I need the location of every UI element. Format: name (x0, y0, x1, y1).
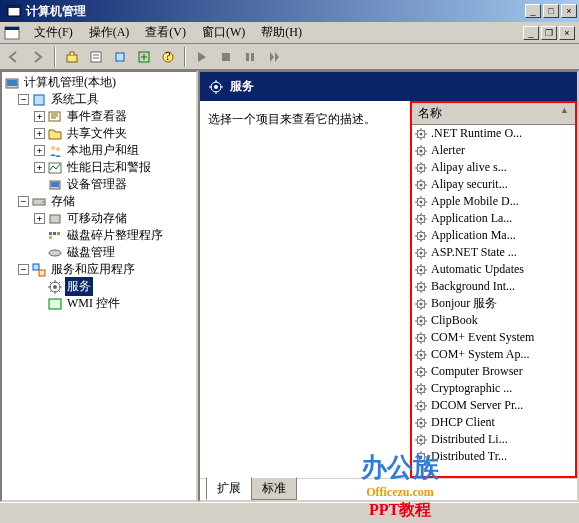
list-item[interactable]: Computer Browser (412, 363, 575, 380)
svg-point-44 (420, 166, 423, 169)
expand-icon[interactable]: + (34, 145, 45, 156)
svg-point-42 (420, 149, 423, 152)
svg-point-70 (420, 387, 423, 390)
service-name: Application La... (431, 211, 512, 226)
refresh-button[interactable] (134, 47, 154, 67)
mdi-minimize-button[interactable]: _ (523, 26, 539, 40)
tree-removable[interactable]: +可移动存储 (4, 210, 194, 227)
gear-icon (414, 416, 428, 430)
properties-button[interactable] (86, 47, 106, 67)
services-list[interactable]: 名称 ▲ .NET Runtime O...AlerterAlipay aliv… (410, 101, 577, 478)
close-button[interactable]: × (561, 4, 577, 18)
menu-help[interactable]: 帮助(H) (253, 22, 310, 43)
list-item[interactable]: Cryptographic ... (412, 380, 575, 397)
list-header[interactable]: 名称 ▲ (412, 103, 575, 125)
collapse-icon[interactable]: − (18, 196, 29, 207)
maximize-button[interactable]: □ (543, 4, 559, 18)
svg-point-38 (214, 85, 218, 89)
list-item[interactable]: Alipay alive s... (412, 159, 575, 176)
view-tabs: 扩展 标准 (200, 478, 577, 500)
help-button[interactable]: ? (158, 47, 178, 67)
expand-icon[interactable]: + (34, 213, 45, 224)
svg-rect-3 (5, 27, 19, 30)
pause-button[interactable] (240, 47, 260, 67)
tree-devmgr[interactable]: 设备管理器 (4, 176, 194, 193)
list-item[interactable]: Alipay securit... (412, 176, 575, 193)
up-button[interactable] (62, 47, 82, 67)
back-button[interactable] (4, 47, 24, 67)
tab-extended[interactable]: 扩展 (206, 477, 252, 500)
list-item[interactable]: ClipBook (412, 312, 575, 329)
svg-rect-4 (67, 55, 77, 62)
tree-shared[interactable]: +共享文件夹 (4, 125, 194, 142)
svg-point-25 (42, 201, 44, 203)
tree-root[interactable]: 计算机管理(本地) (4, 74, 194, 91)
list-item[interactable]: ASP.NET State ... (412, 244, 575, 261)
export-button[interactable] (110, 47, 130, 67)
tree-defrag[interactable]: 磁盘碎片整理程序 (4, 227, 194, 244)
description-text: 选择一个项目来查看它的描述。 (200, 101, 410, 478)
list-item[interactable]: Automatic Updates (412, 261, 575, 278)
tree-services[interactable]: 服务 (4, 278, 194, 295)
expand-icon[interactable]: + (34, 111, 45, 122)
svg-rect-16 (7, 80, 17, 86)
list-item[interactable]: Distributed Li... (412, 431, 575, 448)
menu-window[interactable]: 窗口(W) (194, 22, 253, 43)
menu-action[interactable]: 操作(A) (81, 22, 138, 43)
menu-file[interactable]: 文件(F) (26, 22, 81, 43)
list-body[interactable]: .NET Runtime O...AlerterAlipay alive s..… (412, 125, 575, 476)
collapse-icon[interactable]: − (18, 94, 29, 105)
panel-body: 选择一个项目来查看它的描述。 名称 ▲ .NET Runtime O...Ale… (200, 101, 577, 478)
tree-wmi[interactable]: WMI 控件 (4, 295, 194, 312)
svg-rect-14 (251, 53, 254, 61)
service-name: Apple Mobile D... (431, 194, 519, 209)
stop-button[interactable] (216, 47, 236, 67)
list-item[interactable]: DHCP Client (412, 414, 575, 431)
content-panel: 服务 选择一个项目来查看它的描述。 名称 ▲ .NET Runtime O...… (198, 70, 579, 502)
list-item[interactable]: Application Ma... (412, 227, 575, 244)
tree-apps[interactable]: −服务和应用程序 (4, 261, 194, 278)
list-item[interactable]: Apple Mobile D... (412, 193, 575, 210)
svg-point-78 (420, 455, 423, 458)
mdi-restore-button[interactable]: ❐ (541, 26, 557, 40)
list-item[interactable]: Bonjour 服务 (412, 295, 575, 312)
list-item[interactable]: Distributed Tr... (412, 448, 575, 465)
menu-view[interactable]: 查看(V) (137, 22, 194, 43)
tree-panel[interactable]: 计算机管理(本地) −系统工具 +事件查看器 +共享文件夹 +本地用户和组 +性… (0, 70, 198, 502)
tree-system-tools[interactable]: −系统工具 (4, 91, 194, 108)
gear-icon (414, 144, 428, 158)
tree-perf[interactable]: +性能日志和警报 (4, 159, 194, 176)
statusbar (0, 502, 579, 522)
list-item[interactable]: .NET Runtime O... (412, 125, 575, 142)
svg-point-50 (420, 217, 423, 220)
service-name: DHCP Client (431, 415, 495, 430)
expand-icon[interactable]: + (34, 128, 45, 139)
gear-icon (414, 348, 428, 362)
forward-button[interactable] (28, 47, 48, 67)
tree-storage[interactable]: −存储 (4, 193, 194, 210)
mdi-close-button[interactable]: × (559, 26, 575, 40)
list-item[interactable]: Background Int... (412, 278, 575, 295)
gear-icon (414, 195, 428, 209)
svg-point-56 (420, 268, 423, 271)
collapse-icon[interactable]: − (18, 264, 29, 275)
svg-rect-1 (8, 6, 20, 8)
tree-event-viewer[interactable]: +事件查看器 (4, 108, 194, 125)
list-item[interactable]: COM+ System Ap... (412, 346, 575, 363)
expand-icon[interactable]: + (34, 162, 45, 173)
tree-users[interactable]: +本地用户和组 (4, 142, 194, 159)
titlebar: 计算机管理 _ □ × (0, 0, 579, 22)
list-item[interactable]: DCOM Server Pr... (412, 397, 575, 414)
column-name[interactable]: 名称 (418, 105, 560, 122)
list-item[interactable]: Alerter (412, 142, 575, 159)
service-name: ASP.NET State ... (431, 245, 517, 260)
list-item[interactable]: COM+ Event System (412, 329, 575, 346)
tab-standard[interactable]: 标准 (251, 477, 297, 500)
list-item[interactable]: Application La... (412, 210, 575, 227)
restart-button[interactable] (264, 47, 284, 67)
tree-diskmgr[interactable]: 磁盘管理 (4, 244, 194, 261)
play-button[interactable] (192, 47, 212, 67)
sort-icon: ▲ (560, 105, 569, 122)
svg-point-19 (51, 146, 55, 150)
minimize-button[interactable]: _ (525, 4, 541, 18)
